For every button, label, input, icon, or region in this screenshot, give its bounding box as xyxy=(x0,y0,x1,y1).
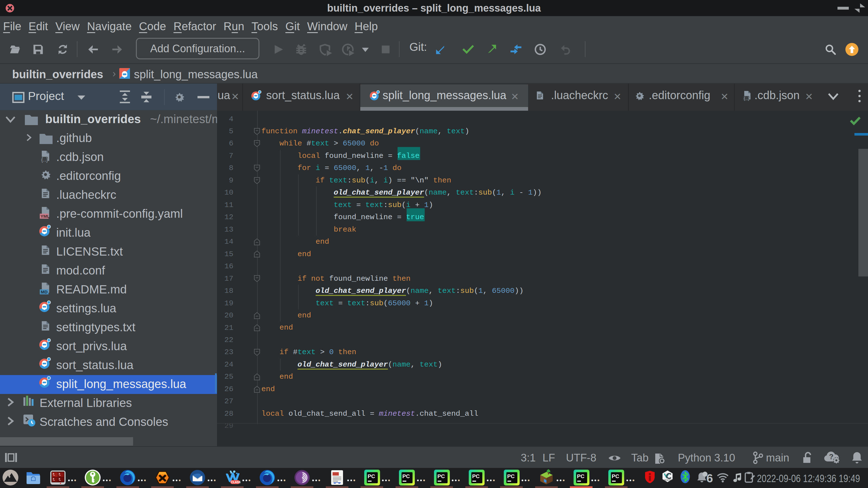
svg-text:MD: MD xyxy=(41,290,48,294)
svg-text:VeraCrypt: VeraCrypt xyxy=(664,479,672,481)
svg-text:?: ? xyxy=(829,452,834,461)
svg-text:{..}: {..} xyxy=(41,157,48,163)
svg-text:YML: YML xyxy=(40,214,50,219)
svg-text:{..}: {..} xyxy=(744,96,750,101)
svg-text:CLASSIC: CLASSIC xyxy=(231,481,241,484)
